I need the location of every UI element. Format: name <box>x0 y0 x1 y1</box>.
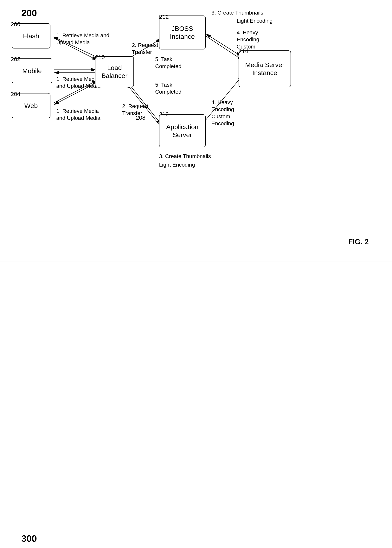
mobile-ref: 202 <box>11 56 20 62</box>
fig2-main-ref: 200 <box>21 8 37 18</box>
retrieve-mobile-label: 1. Retrieve Mediaand Upload Media <box>56 76 100 90</box>
app-server-box: Application Server <box>159 114 206 147</box>
retrieve-flash-label: 1. Retrieve Media andUpload Media <box>56 32 109 46</box>
load-balancer-box: Load Balancer <box>95 56 134 87</box>
fig3-main-ref: 300 <box>21 533 37 544</box>
app-server-ref: 212 <box>159 111 169 118</box>
retrieve-web-label: 1. Retrieve Mediaand Upload Media <box>56 108 100 122</box>
task-completed-2-label: 5. TaskCompleted <box>155 82 181 96</box>
jboss-box: JBOSS Instance <box>159 15 206 49</box>
jboss-ref: 212 <box>159 14 169 20</box>
create-thumbnails-top-label: 3. Create Thumbnails <box>211 9 263 16</box>
light-encoding-bottom-label: Light Encoding <box>159 161 195 168</box>
request-transfer-top-label: 2. RequestTransfer <box>132 42 158 56</box>
web-ref: 204 <box>11 91 20 97</box>
flash-ref: 206 <box>11 21 20 28</box>
fig3-diagram: 300 1. Flash, Flex, JavaME,WAP, HTML 302… <box>0 266 392 548</box>
media-server-ref: 214 <box>238 48 248 55</box>
load-balancer-ref: 210 <box>95 54 105 61</box>
task-completed-1-label: 5. TaskCompleted <box>155 56 181 70</box>
fig2-diagram: 200 Flash 206 Mobile 202 Web 204 1. Retr… <box>0 0 392 262</box>
media-server-box: Media Server Instance <box>238 50 291 87</box>
fig2-label: FIG. 2 <box>348 238 369 246</box>
heavy-encoding-bottom-label: 4. HeavyEncodingCustomEncoding <box>211 99 234 127</box>
light-encoding-top-label: Light Encoding <box>237 17 273 24</box>
ref-208: 208 <box>136 114 146 121</box>
create-thumbnails-bottom-label: 3. Create Thumbnails <box>159 153 211 160</box>
